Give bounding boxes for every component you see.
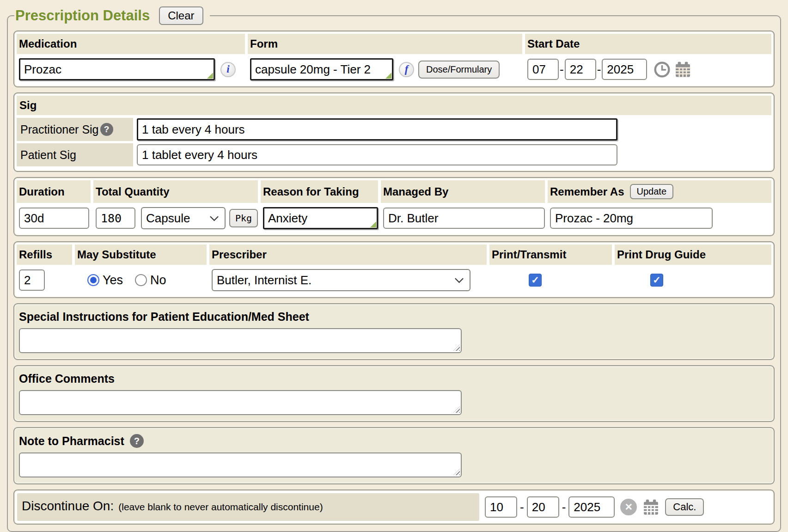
managed-by-header: Managed By: [381, 180, 545, 203]
reason-label: Reason for Taking: [263, 185, 359, 198]
discontinue-row: Discontinue On: (leave blank to never au…: [17, 493, 771, 521]
remember-as-input[interactable]: [550, 208, 713, 229]
total-quantity-input[interactable]: [96, 208, 135, 229]
print-drug-guide-header: Print Drug Guide: [615, 245, 771, 265]
prescription-details-fieldset: Prescription Details Clear Medication Fo…: [7, 6, 781, 532]
practitioner-sig-label: Practitioner Sig: [20, 123, 99, 136]
print-transmit-header: Print/Transmit: [489, 245, 612, 265]
sig-panel: Sig Practitioner Sig ? Patient Sig: [13, 92, 775, 172]
prescription-details-page: Prescription Details Clear Medication Fo…: [0, 0, 788, 532]
patient-sig-label-cell: Patient Sig: [17, 143, 133, 166]
print-transmit-checkbox[interactable]: ✓: [529, 274, 542, 287]
duration-header: Duration: [17, 180, 91, 203]
page-title: Prescription Details: [15, 7, 150, 24]
discontinue-year-input[interactable]: [568, 496, 615, 518]
yes-radio-label[interactable]: Yes: [103, 273, 123, 287]
medication-label: Medication: [19, 37, 77, 50]
update-button[interactable]: Update: [630, 184, 674, 199]
prescriber-cell: Butler, Internist E.: [209, 269, 487, 291]
reason-input[interactable]: [264, 208, 377, 228]
medication-panel: Medication Form Start Date i: [13, 31, 775, 87]
medication-cell: i: [17, 58, 245, 80]
start-date-year-input[interactable]: [602, 59, 647, 80]
note-to-pharmacist-help-icon[interactable]: ?: [130, 434, 144, 448]
radio-dot-icon: [90, 277, 97, 283]
remember-as-cell: [548, 208, 771, 229]
remember-as-label: Remember As: [550, 185, 624, 198]
patient-sig-input[interactable]: [137, 144, 617, 165]
note-to-pharmacist-header: Note to Pharmacist ?: [17, 430, 771, 452]
form-input[interactable]: [251, 60, 392, 79]
refills-header: Refills: [17, 245, 72, 265]
close-icon: ✕: [625, 501, 633, 513]
clock-icon[interactable]: [654, 61, 671, 78]
start-date-month-input[interactable]: [527, 59, 559, 80]
may-substitute-no-radio[interactable]: [135, 274, 147, 286]
office-comments-textarea-wrap: [19, 390, 462, 415]
start-date-day-input[interactable]: [565, 59, 596, 80]
practitioner-sig-input[interactable]: [138, 120, 616, 139]
patient-sig-label: Patient Sig: [20, 148, 76, 162]
chevron-down-icon: [209, 215, 219, 221]
managed-by-cell: [381, 208, 545, 229]
dose-formulary-button[interactable]: Dose/Formulary: [418, 61, 500, 79]
clear-date-icon[interactable]: ✕: [620, 499, 637, 515]
duration-cell: [17, 208, 91, 229]
calendar-icon[interactable]: [674, 61, 691, 78]
total-quantity-header: Total Quantity: [93, 180, 258, 203]
start-date-header: Start Date: [525, 34, 771, 54]
medication-input[interactable]: [20, 60, 214, 79]
calendar-icon[interactable]: [642, 499, 660, 516]
calc-button[interactable]: Calc.: [665, 498, 704, 516]
practitioner-sig-row: Practitioner Sig ?: [17, 118, 771, 141]
refills-panel-headers: Refills May Substitute Prescriber Print/…: [17, 245, 771, 265]
refills-panel: Refills May Substitute Prescriber Print/…: [13, 241, 775, 298]
details-panel: Duration Total Quantity Reason for Takin…: [13, 177, 775, 236]
practitioner-sig-help-icon[interactable]: ?: [100, 123, 113, 136]
date-separator: -: [560, 62, 564, 77]
may-substitute-yes-radio[interactable]: [87, 274, 99, 286]
may-substitute-label: May Substitute: [77, 248, 156, 261]
prescriber-select[interactable]: Butler, Internist E.: [212, 269, 470, 291]
office-comments-label: Office Comments: [19, 372, 115, 385]
print-transmit-cell: ✓: [489, 274, 612, 287]
discontinue-month-input[interactable]: [485, 496, 517, 518]
special-instructions-header: Special Instructions for Patient Educati…: [17, 306, 771, 327]
reason-cell: [261, 207, 378, 229]
print-drug-guide-checkbox[interactable]: ✓: [650, 274, 663, 287]
form-input-wrap: [250, 58, 393, 80]
prescriber-header: Prescriber: [209, 245, 487, 265]
chevron-down-icon: [454, 277, 464, 283]
special-instructions-textarea[interactable]: [19, 328, 462, 353]
start-date-cell: - -: [525, 59, 771, 80]
check-icon: ✓: [531, 275, 539, 286]
quantity-unit-value: Capsule: [146, 211, 190, 226]
pkg-button[interactable]: Pkg: [229, 209, 258, 227]
form-label: Form: [250, 37, 278, 50]
note-to-pharmacist-textarea[interactable]: [19, 453, 462, 477]
print-drug-guide-label: Print Drug Guide: [617, 248, 706, 261]
prescriber-label: Prescriber: [212, 248, 267, 261]
quantity-unit-select[interactable]: Capsule: [141, 207, 226, 229]
refills-input[interactable]: [19, 269, 45, 291]
fieldset-legend: Prescription Details Clear: [14, 6, 210, 25]
total-quantity-cell: Capsule Pkg: [93, 207, 258, 229]
medication-panel-headers: Medication Form Start Date: [17, 34, 771, 54]
no-radio-label[interactable]: No: [150, 273, 166, 287]
duration-input[interactable]: [19, 208, 89, 229]
note-to-pharmacist-textarea-wrap: [19, 453, 462, 477]
clear-button[interactable]: Clear: [159, 6, 203, 25]
form-cell: f Dose/Formulary: [248, 58, 522, 80]
formulary-icon[interactable]: f: [399, 62, 414, 77]
print-drug-guide-cell: ✓: [615, 274, 771, 287]
discontinue-panel: Discontinue On: (leave blank to never au…: [13, 489, 775, 525]
office-comments-panel: Office Comments: [13, 365, 775, 422]
form-header: Form: [248, 34, 522, 54]
special-instructions-label: Special Instructions for Patient Educati…: [19, 310, 309, 324]
discontinue-day-input[interactable]: [527, 496, 559, 518]
refills-panel-body: Yes No Butler, Internist E. ✓ ✓: [17, 265, 771, 295]
managed-by-label: Managed By: [383, 185, 448, 198]
drug-info-icon[interactable]: i: [220, 62, 236, 77]
managed-by-input[interactable]: [383, 208, 545, 229]
office-comments-textarea[interactable]: [19, 390, 462, 415]
